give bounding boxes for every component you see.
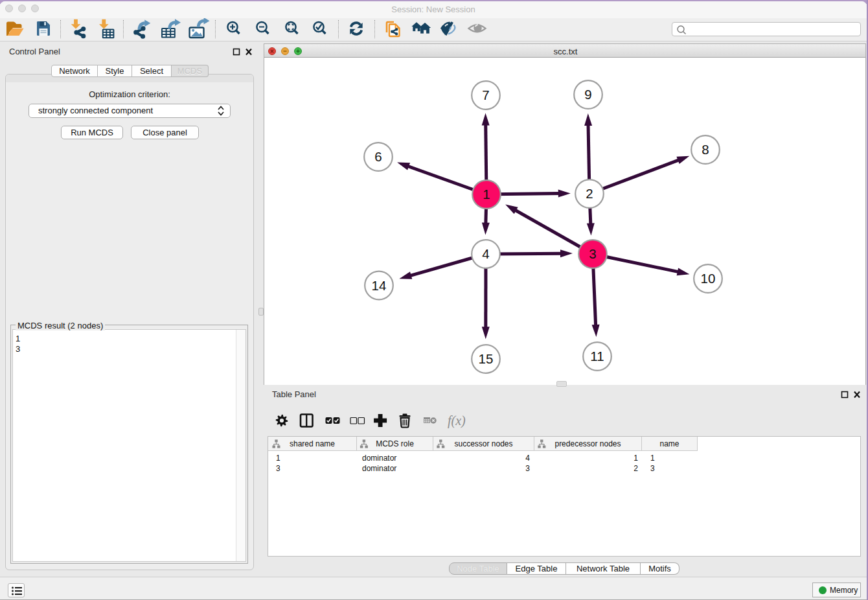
- svg-text:15: 15: [479, 351, 494, 366]
- svg-text:2: 2: [586, 186, 593, 201]
- svg-text:11: 11: [590, 349, 604, 363]
- svg-text:4: 4: [482, 246, 489, 261]
- svg-text:6: 6: [374, 149, 382, 164]
- svg-text:10: 10: [701, 271, 716, 286]
- svg-text:8: 8: [702, 142, 709, 157]
- svg-text:9: 9: [584, 87, 591, 102]
- svg-text:f(x): f(x): [448, 413, 466, 428]
- svg-text:7: 7: [482, 87, 489, 102]
- svg-text:3: 3: [589, 246, 596, 261]
- svg-text:14: 14: [372, 278, 387, 293]
- svg-text:1: 1: [483, 187, 490, 202]
